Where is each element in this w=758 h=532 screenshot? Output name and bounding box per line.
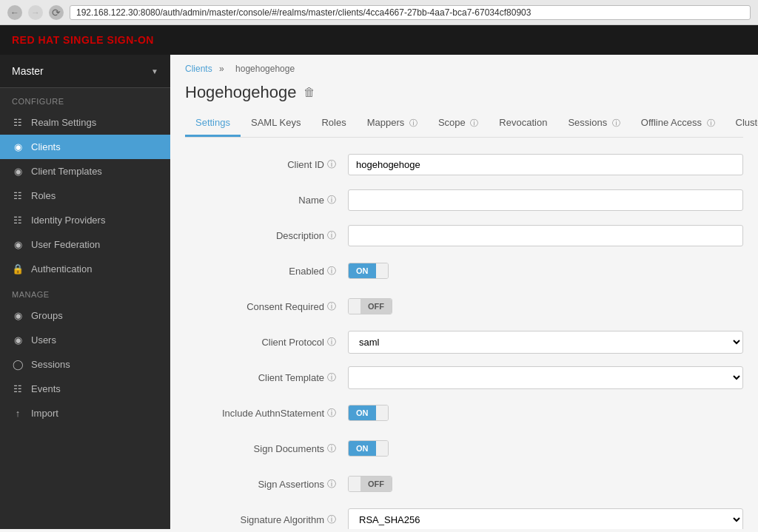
refresh-button[interactable]: ⟳ bbox=[49, 5, 64, 20]
app-header: RED HAT SINGLE SIGN-ON bbox=[0, 25, 758, 55]
help-icon-description[interactable]: ⓘ bbox=[327, 229, 336, 242]
sidebar-item-realm-settings[interactable]: ☷ Realm Settings bbox=[0, 110, 170, 135]
browser-bar: ← → ⟳ bbox=[0, 0, 758, 25]
sidebar-item-client-templates[interactable]: ◉ Client Templates bbox=[0, 159, 170, 183]
label-name: Name ⓘ bbox=[185, 194, 348, 206]
toggle-sign-assertions[interactable]: OFF bbox=[348, 476, 392, 492]
toggle-sign-documents[interactable]: ON bbox=[348, 440, 389, 457]
sidebar-item-label: Events bbox=[31, 383, 61, 394]
main-layout: Master ▼ Configure ☷ Realm Settings ◉ Cl… bbox=[0, 55, 758, 529]
page-header: Hogehogehoge 🗑 bbox=[170, 74, 758, 102]
tab-revocation[interactable]: Revocation bbox=[489, 111, 557, 137]
toggle-on-label bbox=[349, 477, 360, 491]
form-row-sign-documents: Sign Documents ⓘ ON bbox=[185, 437, 743, 460]
field-client-protocol: saml openid-connect bbox=[348, 331, 743, 354]
sidebar-item-authentication[interactable]: 🔒 Authentication bbox=[0, 257, 170, 281]
toggle-consent-required[interactable]: OFF bbox=[348, 298, 392, 314]
form-row-client-protocol: Client Protocol ⓘ saml openid-connect bbox=[185, 330, 743, 354]
grid-icon: ☷ bbox=[12, 117, 24, 128]
label-sign-documents: Sign Documents ⓘ bbox=[185, 442, 348, 455]
form-row-include-authn-statement: Include AuthnStatement ⓘ ON bbox=[185, 401, 743, 425]
form-row-client-id: Client ID ⓘ bbox=[185, 152, 743, 176]
delete-icon[interactable]: 🗑 bbox=[303, 86, 315, 99]
label-include-authn-statement: Include AuthnStatement ⓘ bbox=[185, 407, 348, 420]
toggle-off-label bbox=[376, 441, 388, 456]
input-description[interactable] bbox=[348, 225, 743, 246]
realm-selector[interactable]: Master ▼ bbox=[0, 55, 170, 88]
toggle-off-label bbox=[376, 405, 388, 420]
help-icon: ⓘ bbox=[409, 118, 417, 127]
toggle-on-label: ON bbox=[349, 263, 376, 278]
select-signature-algorithm[interactable]: RSA_SHA256 RSA_SHA1 RSA_SHA512 DSA_SHA1 bbox=[348, 508, 743, 530]
toggle-off-label bbox=[376, 263, 388, 278]
tab-settings[interactable]: Settings bbox=[185, 111, 241, 137]
tab-sessions[interactable]: Sessions ⓘ bbox=[557, 111, 630, 137]
help-icon-template[interactable]: ⓘ bbox=[327, 371, 336, 384]
help-icon: ⓘ bbox=[612, 118, 620, 127]
help-icon-authn[interactable]: ⓘ bbox=[327, 407, 336, 420]
help-icon-name[interactable]: ⓘ bbox=[327, 194, 336, 206]
tab-saml-keys[interactable]: SAML Keys bbox=[241, 111, 311, 137]
app-title: RED HAT SINGLE SIGN-ON bbox=[12, 34, 154, 46]
label-client-protocol: Client Protocol ⓘ bbox=[185, 336, 348, 349]
select-client-template[interactable] bbox=[348, 366, 743, 389]
sidebar-item-user-federation[interactable]: ◉ User Federation bbox=[0, 232, 170, 257]
back-button[interactable]: ← bbox=[7, 5, 22, 20]
field-client-id bbox=[348, 154, 743, 175]
sidebar-item-clients[interactable]: ◉ Clients bbox=[0, 135, 170, 159]
toggle-include-authn-statement[interactable]: ON bbox=[348, 405, 389, 421]
field-sign-documents: ON bbox=[348, 440, 743, 457]
lock-icon: 🔒 bbox=[12, 263, 24, 275]
sidebar-item-sessions[interactable]: ◯ Sessions bbox=[0, 352, 170, 377]
tab-roles[interactable]: Roles bbox=[311, 111, 356, 137]
label-consent-required: Consent Required ⓘ bbox=[185, 300, 348, 313]
tab-mappers[interactable]: Mappers ⓘ bbox=[357, 111, 428, 137]
forward-button[interactable]: → bbox=[28, 5, 43, 20]
sidebar-item-roles[interactable]: ☷ Roles bbox=[0, 183, 170, 208]
sidebar-item-users[interactable]: ◉ Users bbox=[0, 328, 170, 352]
form-row-client-template: Client Template ⓘ bbox=[185, 366, 743, 389]
help-icon-sign-docs[interactable]: ⓘ bbox=[327, 442, 336, 455]
field-name bbox=[348, 189, 743, 211]
tab-offline-access[interactable]: Offline Access ⓘ bbox=[631, 111, 725, 137]
tab-scope[interactable]: Scope ⓘ bbox=[428, 111, 489, 137]
sidebar-item-events[interactable]: ☷ Events bbox=[0, 377, 170, 401]
sidebar-item-label: Groups bbox=[31, 310, 63, 321]
field-consent-required: OFF bbox=[348, 298, 743, 314]
help-icon-sig-algo[interactable]: ⓘ bbox=[327, 514, 336, 526]
help-icon-enabled[interactable]: ⓘ bbox=[327, 265, 336, 277]
url-bar[interactable] bbox=[70, 5, 751, 20]
sidebar-item-identity-providers[interactable]: ☷ Identity Providers bbox=[0, 208, 170, 232]
sidebar-item-label: Roles bbox=[31, 190, 56, 201]
help-icon-client-id[interactable]: ⓘ bbox=[327, 158, 336, 171]
field-enabled: ON bbox=[348, 263, 743, 279]
circle-icon: ◉ bbox=[12, 141, 24, 152]
breadcrumb-clients-link[interactable]: Clients bbox=[185, 64, 212, 74]
sidebar: Master ▼ Configure ☷ Realm Settings ◉ Cl… bbox=[0, 55, 170, 529]
help-icon-sign-assertions[interactable]: ⓘ bbox=[327, 478, 336, 491]
input-name[interactable] bbox=[348, 189, 743, 211]
breadcrumb-current: hogehogehoge bbox=[235, 64, 295, 74]
realm-name: Master bbox=[12, 65, 44, 77]
help-icon-consent[interactable]: ⓘ bbox=[327, 300, 336, 313]
select-client-protocol[interactable]: saml openid-connect bbox=[348, 331, 743, 354]
toggle-on-label: ON bbox=[349, 441, 376, 456]
manage-section-title: Manage bbox=[0, 281, 170, 303]
settings-form: Client ID ⓘ Name ⓘ Description ⓘ bbox=[170, 138, 758, 529]
import-icon: ↑ bbox=[12, 408, 24, 419]
form-row-sign-assertions: Sign Assertions ⓘ OFF bbox=[185, 472, 743, 496]
sidebar-item-label: Users bbox=[31, 334, 56, 346]
field-sign-assertions: OFF bbox=[348, 476, 743, 492]
grid-icon: ☷ bbox=[12, 215, 24, 226]
input-client-id[interactable] bbox=[348, 154, 743, 175]
sidebar-item-groups[interactable]: ◉ Groups bbox=[0, 303, 170, 328]
tab-clustering[interactable]: Clustering bbox=[725, 111, 758, 137]
help-icon-protocol[interactable]: ⓘ bbox=[327, 336, 336, 349]
circle-icon: ◉ bbox=[12, 166, 24, 177]
toggle-enabled[interactable]: ON bbox=[348, 263, 389, 279]
sidebar-item-label: Client Templates bbox=[31, 166, 102, 177]
field-include-authn-statement: ON bbox=[348, 405, 743, 421]
sidebar-item-import[interactable]: ↑ Import bbox=[0, 401, 170, 425]
user-icon: ◉ bbox=[12, 334, 24, 346]
form-row-signature-algorithm: Signature Algorithm ⓘ RSA_SHA256 RSA_SHA… bbox=[185, 508, 743, 529]
